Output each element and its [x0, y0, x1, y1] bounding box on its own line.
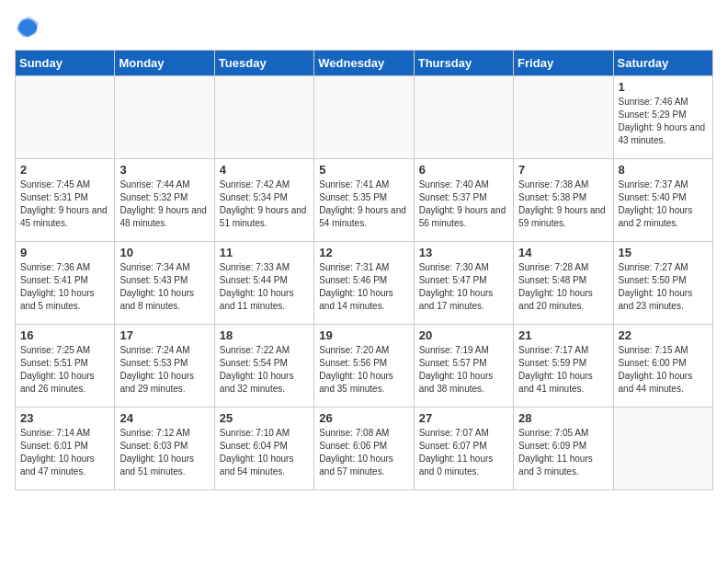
- day-number: 14: [518, 246, 608, 259]
- day-info: Sunrise: 7:05 AM Sunset: 6:09 PM Dayligh…: [518, 427, 608, 478]
- col-thursday: Thursday: [414, 51, 513, 76]
- cell-w1-d2: [115, 76, 214, 159]
- day-info: Sunrise: 7:27 AM Sunset: 5:50 PM Dayligh…: [619, 261, 708, 313]
- col-wednesday: Wednesday: [314, 51, 414, 76]
- col-tuesday: Tuesday: [214, 51, 313, 76]
- day-info: Sunrise: 7:28 AM Sunset: 5:48 PM Dayligh…: [518, 261, 608, 313]
- day-info: Sunrise: 7:08 AM Sunset: 6:06 PM Dayligh…: [319, 427, 408, 478]
- header-row: Sunday Monday Tuesday Wednesday Thursday…: [16, 51, 713, 76]
- day-number: 4: [220, 163, 309, 177]
- week-row-3: 9Sunrise: 7:36 AM Sunset: 5:41 PM Daylig…: [16, 242, 713, 325]
- day-number: 6: [419, 163, 508, 177]
- day-info: Sunrise: 7:33 AM Sunset: 5:44 PM Dayligh…: [220, 261, 309, 313]
- cell-w5-d7: [613, 408, 712, 490]
- cell-w2-d6: 7Sunrise: 7:38 AM Sunset: 5:38 PM Daylig…: [514, 159, 613, 242]
- cell-w3-d3: 11Sunrise: 7:33 AM Sunset: 5:44 PM Dayli…: [214, 242, 313, 325]
- week-row-2: 2Sunrise: 7:45 AM Sunset: 5:31 PM Daylig…: [16, 159, 713, 242]
- cell-w4-d3: 18Sunrise: 7:22 AM Sunset: 5:54 PM Dayli…: [214, 325, 313, 408]
- cell-w3-d2: 10Sunrise: 7:34 AM Sunset: 5:43 PM Dayli…: [115, 242, 214, 325]
- cell-w2-d1: 2Sunrise: 7:45 AM Sunset: 5:31 PM Daylig…: [16, 159, 115, 242]
- cell-w3-d4: 12Sunrise: 7:31 AM Sunset: 5:46 PM Dayli…: [314, 242, 414, 325]
- day-number: 20: [419, 328, 508, 342]
- day-info: Sunrise: 7:07 AM Sunset: 6:07 PM Dayligh…: [419, 427, 508, 478]
- week-row-5: 23Sunrise: 7:14 AM Sunset: 6:01 PM Dayli…: [16, 408, 713, 490]
- day-info: Sunrise: 7:41 AM Sunset: 5:35 PM Dayligh…: [319, 178, 408, 230]
- day-number: 16: [20, 328, 109, 342]
- cell-w5-d1: 23Sunrise: 7:14 AM Sunset: 6:01 PM Dayli…: [16, 408, 115, 490]
- day-number: 18: [220, 328, 309, 342]
- day-number: 28: [518, 411, 608, 425]
- week-row-4: 16Sunrise: 7:25 AM Sunset: 5:51 PM Dayli…: [16, 325, 713, 408]
- day-number: 17: [119, 328, 209, 342]
- day-info: Sunrise: 7:22 AM Sunset: 5:54 PM Dayligh…: [220, 344, 309, 396]
- cell-w5-d6: 28Sunrise: 7:05 AM Sunset: 6:09 PM Dayli…: [514, 408, 613, 490]
- day-number: 11: [220, 246, 309, 259]
- cell-w5-d5: 27Sunrise: 7:07 AM Sunset: 6:07 PM Dayli…: [414, 408, 513, 490]
- day-number: 3: [119, 163, 209, 177]
- cell-w3-d6: 14Sunrise: 7:28 AM Sunset: 5:48 PM Dayli…: [514, 242, 613, 325]
- day-number: 2: [20, 163, 109, 177]
- cell-w3-d7: 15Sunrise: 7:27 AM Sunset: 5:50 PM Dayli…: [613, 242, 712, 325]
- day-info: Sunrise: 7:20 AM Sunset: 5:56 PM Dayligh…: [319, 344, 408, 396]
- day-info: Sunrise: 7:15 AM Sunset: 6:00 PM Dayligh…: [619, 344, 708, 396]
- day-info: Sunrise: 7:45 AM Sunset: 5:31 PM Dayligh…: [20, 178, 109, 230]
- header: [15, 15, 713, 40]
- day-number: 25: [220, 411, 309, 425]
- day-info: Sunrise: 7:42 AM Sunset: 5:34 PM Dayligh…: [220, 178, 309, 230]
- cell-w2-d5: 6Sunrise: 7:40 AM Sunset: 5:37 PM Daylig…: [414, 159, 513, 242]
- cell-w3-d1: 9Sunrise: 7:36 AM Sunset: 5:41 PM Daylig…: [16, 242, 115, 325]
- cell-w2-d2: 3Sunrise: 7:44 AM Sunset: 5:32 PM Daylig…: [115, 159, 214, 242]
- cell-w1-d5: [414, 76, 513, 159]
- day-number: 27: [419, 411, 508, 425]
- cell-w4-d6: 21Sunrise: 7:17 AM Sunset: 5:59 PM Dayli…: [514, 325, 613, 408]
- day-number: 10: [119, 246, 209, 259]
- day-info: Sunrise: 7:19 AM Sunset: 5:57 PM Dayligh…: [419, 344, 508, 396]
- day-number: 26: [319, 411, 408, 425]
- cell-w2-d7: 8Sunrise: 7:37 AM Sunset: 5:40 PM Daylig…: [613, 159, 712, 242]
- cell-w4-d4: 19Sunrise: 7:20 AM Sunset: 5:56 PM Dayli…: [314, 325, 414, 408]
- day-info: Sunrise: 7:44 AM Sunset: 5:32 PM Dayligh…: [119, 178, 209, 230]
- cell-w3-d5: 13Sunrise: 7:30 AM Sunset: 5:47 PM Dayli…: [414, 242, 513, 325]
- day-info: Sunrise: 7:24 AM Sunset: 5:53 PM Dayligh…: [119, 344, 209, 396]
- cell-w4-d5: 20Sunrise: 7:19 AM Sunset: 5:57 PM Dayli…: [414, 325, 513, 408]
- col-friday: Friday: [514, 51, 613, 76]
- week-row-1: 1Sunrise: 7:46 AM Sunset: 5:29 PM Daylig…: [16, 76, 713, 159]
- calendar-table: Sunday Monday Tuesday Wednesday Thursday…: [15, 50, 713, 490]
- day-info: Sunrise: 7:17 AM Sunset: 5:59 PM Dayligh…: [518, 344, 608, 396]
- day-number: 22: [619, 328, 708, 342]
- day-number: 15: [619, 246, 708, 259]
- day-number: 8: [619, 163, 708, 177]
- col-sunday: Sunday: [16, 51, 115, 76]
- cell-w5-d3: 25Sunrise: 7:10 AM Sunset: 6:04 PM Dayli…: [214, 408, 313, 490]
- cell-w5-d4: 26Sunrise: 7:08 AM Sunset: 6:06 PM Dayli…: [314, 408, 414, 490]
- cell-w4-d1: 16Sunrise: 7:25 AM Sunset: 5:51 PM Dayli…: [16, 325, 115, 408]
- day-info: Sunrise: 7:40 AM Sunset: 5:37 PM Dayligh…: [419, 178, 508, 230]
- cell-w2-d4: 5Sunrise: 7:41 AM Sunset: 5:35 PM Daylig…: [314, 159, 414, 242]
- logo-icon: [15, 15, 40, 40]
- day-info: Sunrise: 7:46 AM Sunset: 5:29 PM Dayligh…: [619, 96, 708, 147]
- day-info: Sunrise: 7:30 AM Sunset: 5:47 PM Dayligh…: [419, 261, 508, 313]
- day-number: 7: [518, 163, 608, 177]
- day-number: 24: [119, 411, 209, 425]
- day-info: Sunrise: 7:10 AM Sunset: 6:04 PM Dayligh…: [220, 427, 309, 478]
- day-number: 23: [20, 411, 109, 425]
- cell-w1-d1: [16, 76, 115, 159]
- day-number: 13: [419, 246, 508, 259]
- day-number: 9: [20, 246, 109, 259]
- cell-w1-d3: [214, 76, 313, 159]
- day-number: 19: [319, 328, 408, 342]
- day-info: Sunrise: 7:31 AM Sunset: 5:46 PM Dayligh…: [319, 261, 408, 313]
- cell-w1-d6: [514, 76, 613, 159]
- day-number: 5: [319, 163, 408, 177]
- day-info: Sunrise: 7:25 AM Sunset: 5:51 PM Dayligh…: [20, 344, 109, 396]
- col-saturday: Saturday: [613, 51, 712, 76]
- day-number: 1: [619, 80, 708, 94]
- day-info: Sunrise: 7:14 AM Sunset: 6:01 PM Dayligh…: [20, 427, 109, 478]
- cell-w2-d3: 4Sunrise: 7:42 AM Sunset: 5:34 PM Daylig…: [214, 159, 313, 242]
- day-info: Sunrise: 7:12 AM Sunset: 6:03 PM Dayligh…: [119, 427, 209, 478]
- day-number: 12: [319, 246, 408, 259]
- day-number: 21: [518, 328, 608, 342]
- cell-w1-d7: 1Sunrise: 7:46 AM Sunset: 5:29 PM Daylig…: [613, 76, 712, 159]
- day-info: Sunrise: 7:36 AM Sunset: 5:41 PM Dayligh…: [20, 261, 109, 313]
- day-info: Sunrise: 7:34 AM Sunset: 5:43 PM Dayligh…: [119, 261, 209, 313]
